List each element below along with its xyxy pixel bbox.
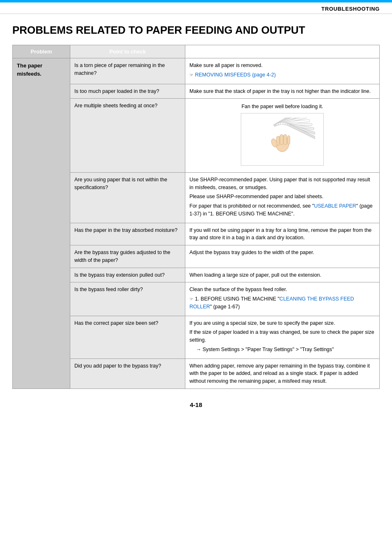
check-cell-6: Are the bypass tray guides adjusted to t… — [70, 245, 185, 268]
solution-text-9c: → System Settings > "Paper Tray Settings… — [189, 346, 375, 354]
main-content: PROBLEMS RELATED TO PAPER FEEDING AND OU… — [0, 14, 392, 433]
troubleshooting-table: Problem Point to check Solution The pape… — [12, 45, 380, 389]
header-title: TROUBLESHOOTING — [321, 6, 380, 12]
problem-cell: The paper misfeeds. — [13, 58, 70, 389]
check-cell-4: Are you using paper that is not within t… — [70, 172, 185, 223]
check-cell-9: Has the correct paper size been set? — [70, 316, 185, 358]
check-cell-8: Is the bypass feed roller dirty? — [70, 282, 185, 316]
solution-text-8a: Clean the surface of the bypass feed rol… — [189, 286, 375, 294]
page-footer: 4-18 — [12, 401, 380, 416]
fan-paper-image — [241, 113, 324, 166]
check-cell-10: Did you add paper to the bypass tray? — [70, 358, 185, 388]
svg-rect-12 — [287, 136, 290, 144]
solution-cell-2: Make sure that the stack of paper in the… — [185, 84, 380, 99]
problem-label: The paper misfeeds. — [17, 62, 42, 77]
solution-text-4a: Use SHARP-recommended paper. Using paper… — [189, 176, 375, 192]
check-cell-1: Is a torn piece of paper remaining in th… — [70, 58, 185, 84]
solution-text-4b: Please use SHARP-recommended paper and l… — [189, 193, 375, 201]
solution-text-8b: ☞ 1. BEFORE USING THE MACHINE "CLEANING … — [189, 295, 375, 311]
solution-cell-4: Use SHARP-recommended paper. Using paper… — [185, 172, 380, 223]
svg-rect-10 — [280, 134, 283, 145]
check-cell-2: Is too much paper loaded in the tray? — [70, 84, 185, 99]
col-header-check: Point to check — [70, 45, 185, 58]
check-cell-3: Are multiple sheets feeding at once? — [70, 99, 185, 173]
solution-text-4c: For paper that is prohibited or not reco… — [189, 202, 375, 218]
solution-text: Make sure all paper is removed. — [189, 62, 375, 69]
solution-cell-8: Clean the surface of the bypass feed rol… — [185, 282, 380, 316]
solution-cell-6: Adjust the bypass tray guides to the wid… — [185, 245, 380, 268]
solution-cell-10: When adding paper, remove any paper rema… — [185, 358, 380, 388]
col-header-solution: Solution — [185, 45, 380, 58]
removing-misfeeds-link[interactable]: REMOVING MISFEEDS (page 4-2) — [195, 72, 276, 78]
check-cell-7: Is the bypass tray extension pulled out? — [70, 268, 185, 282]
solution-link-text: ☞ REMOVING MISFEEDS (page 4-2) — [189, 71, 375, 79]
page-wrapper: TROUBLESHOOTING PROBLEMS RELATED TO PAPE… — [0, 0, 392, 555]
solution-cell-5: If you will not be using paper in a tray… — [185, 223, 380, 245]
cleaning-roller-link[interactable]: CLEANING THE BYPASS FEED ROLLER — [189, 296, 354, 310]
solution-text-9b: If the size of paper loaded in a tray wa… — [189, 328, 375, 344]
fan-paper-svg — [249, 118, 315, 159]
useable-paper-link[interactable]: USEABLE PAPER — [314, 203, 356, 209]
page-heading: PROBLEMS RELATED TO PAPER FEEDING AND OU… — [12, 24, 380, 37]
solution-cell-9: If you are using a special size, be sure… — [185, 316, 380, 358]
solution-cell-1: Make sure all paper is removed. ☞ REMOVI… — [185, 58, 380, 84]
page-number: 4-18 — [190, 401, 202, 408]
check-cell-5: Has the paper in the tray absorbed moist… — [70, 223, 185, 245]
solution-text-9a: If you are using a special size, be sure… — [189, 319, 375, 327]
solution-cell-3: Fan the paper well before loading it. — [185, 99, 380, 173]
svg-rect-11 — [284, 134, 287, 145]
solution-cell-7: When loading a large size of paper, pull… — [185, 268, 380, 282]
table-row: The paper misfeeds. Is a torn piece of p… — [13, 58, 380, 84]
col-header-problem: Problem — [13, 45, 70, 58]
header-area: TROUBLESHOOTING — [0, 2, 392, 14]
